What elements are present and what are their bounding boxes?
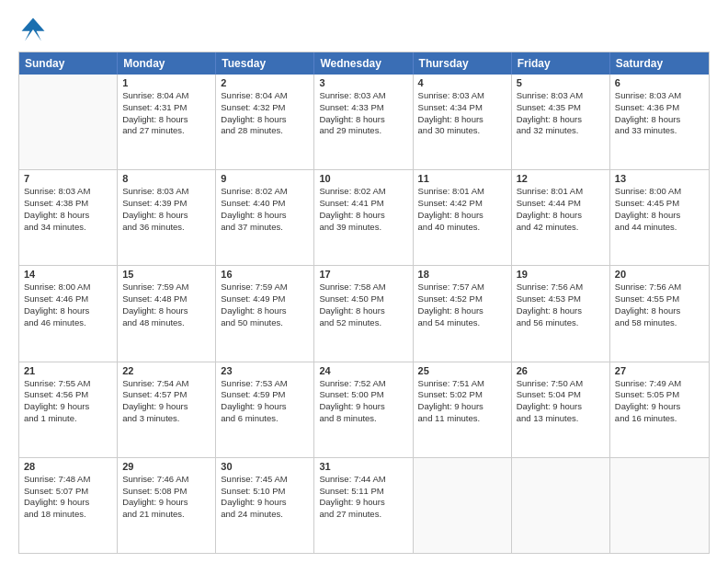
cell-line: Sunset: 4:33 PM	[319, 102, 407, 114]
calendar-cell: 17Sunrise: 7:58 AMSunset: 4:50 PMDayligh…	[314, 266, 413, 361]
cell-line: Sunrise: 7:53 AM	[221, 378, 309, 390]
cell-line: and 44 minutes.	[615, 222, 704, 234]
cell-line: Sunrise: 7:52 AM	[319, 378, 407, 390]
cell-line: Daylight: 8 hours	[24, 210, 112, 222]
calendar-row-1: 1Sunrise: 8:04 AMSunset: 4:31 PMDaylight…	[19, 75, 709, 170]
logo	[18, 15, 51, 44]
cell-line: Daylight: 9 hours	[221, 497, 309, 509]
cell-line: Sunrise: 7:51 AM	[418, 378, 506, 390]
calendar-cell: 30Sunrise: 7:45 AMSunset: 5:10 PMDayligh…	[216, 458, 314, 553]
calendar-cell: 19Sunrise: 7:56 AMSunset: 4:53 PMDayligh…	[512, 266, 610, 361]
cell-line: Daylight: 9 hours	[418, 401, 506, 413]
cell-line: Sunset: 4:56 PM	[24, 389, 112, 401]
calendar-cell: 6Sunrise: 8:03 AMSunset: 4:36 PMDaylight…	[610, 75, 709, 169]
cell-line: Daylight: 9 hours	[319, 401, 407, 413]
calendar-cell: 7Sunrise: 8:03 AMSunset: 4:38 PMDaylight…	[19, 170, 118, 265]
cell-line: Sunrise: 8:03 AM	[122, 186, 210, 198]
cell-line: Sunset: 4:36 PM	[615, 102, 704, 114]
calendar-cell: 1Sunrise: 8:04 AMSunset: 4:31 PMDaylight…	[118, 75, 216, 169]
cell-line: Daylight: 8 hours	[517, 305, 605, 317]
day-number: 13	[615, 173, 704, 184]
cell-line: Sunrise: 7:56 AM	[517, 282, 605, 293]
cell-line: Sunrise: 8:04 AM	[221, 90, 309, 102]
cell-line: Daylight: 8 hours	[122, 305, 210, 317]
cell-line: and 32 minutes.	[517, 125, 605, 137]
cell-line: Sunrise: 7:49 AM	[615, 378, 704, 390]
calendar-cell: 31Sunrise: 7:44 AMSunset: 5:11 PMDayligh…	[314, 458, 413, 553]
calendar-cell: 29Sunrise: 7:46 AMSunset: 5:08 PMDayligh…	[118, 458, 216, 553]
header-day-friday: Friday	[512, 52, 610, 75]
day-number: 16	[221, 269, 309, 280]
cell-line: Sunrise: 7:57 AM	[418, 282, 506, 293]
day-number: 8	[122, 173, 210, 184]
cell-line: and 34 minutes.	[24, 222, 112, 234]
calendar-cell: 5Sunrise: 8:03 AMSunset: 4:35 PMDaylight…	[512, 75, 610, 169]
cell-line: Daylight: 9 hours	[319, 497, 407, 509]
cell-line: and 29 minutes.	[319, 125, 407, 137]
cell-line: Sunrise: 8:03 AM	[24, 186, 112, 198]
day-number: 17	[319, 269, 407, 280]
cell-line: Sunset: 4:32 PM	[221, 102, 309, 114]
day-number: 1	[122, 77, 210, 88]
cell-line: Sunrise: 7:55 AM	[24, 378, 112, 390]
calendar-row-4: 21Sunrise: 7:55 AMSunset: 4:56 PMDayligh…	[19, 362, 709, 458]
day-number: 21	[24, 365, 112, 376]
cell-line: Sunset: 4:48 PM	[122, 293, 210, 305]
svg-marker-0	[22, 18, 45, 41]
header-day-monday: Monday	[118, 52, 216, 75]
logo-icon	[18, 15, 48, 44]
cell-line: and 18 minutes.	[24, 509, 112, 521]
cell-line: Sunrise: 8:02 AM	[319, 186, 407, 198]
calendar-cell: 27Sunrise: 7:49 AMSunset: 5:05 PMDayligh…	[610, 362, 709, 457]
cell-line: Sunrise: 8:03 AM	[319, 90, 407, 102]
cell-line: and 6 minutes.	[221, 413, 309, 425]
day-number: 31	[319, 461, 407, 472]
cell-line: and 52 minutes.	[319, 317, 407, 329]
header-day-sunday: Sunday	[19, 52, 118, 75]
cell-line: Sunrise: 7:54 AM	[122, 378, 210, 390]
cell-line: Sunset: 4:59 PM	[221, 389, 309, 401]
header	[18, 15, 710, 44]
day-number: 14	[24, 269, 112, 280]
cell-line: Sunset: 4:49 PM	[221, 293, 309, 305]
calendar-cell: 18Sunrise: 7:57 AMSunset: 4:52 PMDayligh…	[414, 266, 512, 361]
calendar-cell: 2Sunrise: 8:04 AMSunset: 4:32 PMDaylight…	[216, 75, 314, 169]
calendar-cell: 4Sunrise: 8:03 AMSunset: 4:34 PMDaylight…	[414, 75, 512, 169]
cell-line: Sunrise: 7:59 AM	[221, 282, 309, 293]
cell-line: Sunset: 4:55 PM	[615, 293, 704, 305]
cell-line: Sunset: 4:50 PM	[319, 293, 407, 305]
day-number: 3	[319, 77, 407, 88]
cell-line: and 11 minutes.	[418, 413, 506, 425]
calendar-cell: 15Sunrise: 7:59 AMSunset: 4:48 PMDayligh…	[118, 266, 216, 361]
header-day-thursday: Thursday	[414, 52, 512, 75]
day-number: 4	[418, 77, 506, 88]
cell-line: Sunrise: 8:01 AM	[418, 186, 506, 198]
day-number: 10	[319, 173, 407, 184]
cell-line: Daylight: 8 hours	[418, 305, 506, 317]
cell-line: and 58 minutes.	[615, 317, 704, 329]
day-number: 29	[122, 461, 210, 472]
cell-line: Daylight: 8 hours	[122, 114, 210, 126]
cell-line: Sunset: 4:40 PM	[221, 198, 309, 210]
cell-line: Daylight: 9 hours	[122, 401, 210, 413]
cell-line: Daylight: 8 hours	[615, 114, 704, 126]
cell-line: and 8 minutes.	[319, 413, 407, 425]
day-number: 22	[122, 365, 210, 376]
calendar-row-5: 28Sunrise: 7:48 AMSunset: 5:07 PMDayligh…	[19, 458, 709, 553]
calendar-cell	[414, 458, 512, 553]
calendar-cell: 11Sunrise: 8:01 AMSunset: 4:42 PMDayligh…	[414, 170, 512, 265]
day-number: 27	[615, 365, 704, 376]
calendar-cell: 24Sunrise: 7:52 AMSunset: 5:00 PMDayligh…	[314, 362, 413, 457]
day-number: 2	[221, 77, 309, 88]
cell-line: Sunset: 4:53 PM	[517, 293, 605, 305]
cell-line: and 46 minutes.	[24, 317, 112, 329]
day-number: 20	[615, 269, 704, 280]
cell-line: Daylight: 9 hours	[517, 401, 605, 413]
day-number: 26	[517, 365, 605, 376]
cell-line: Sunrise: 7:46 AM	[122, 474, 210, 486]
cell-line: Sunset: 5:10 PM	[221, 486, 309, 498]
calendar: SundayMondayTuesdayWednesdayThursdayFrid…	[18, 52, 710, 554]
header-day-tuesday: Tuesday	[216, 52, 314, 75]
cell-line: and 54 minutes.	[418, 317, 506, 329]
cell-line: Sunset: 4:42 PM	[418, 198, 506, 210]
